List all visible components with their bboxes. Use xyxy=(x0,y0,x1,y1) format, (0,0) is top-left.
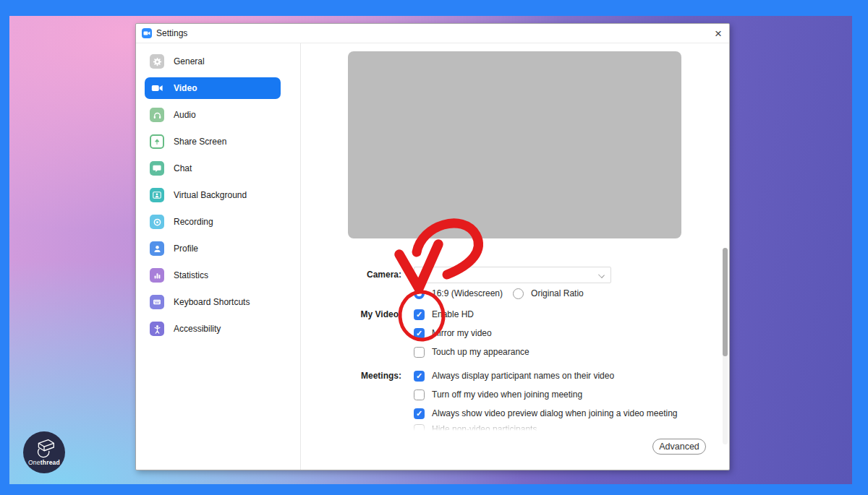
radio-original-ratio[interactable] xyxy=(513,288,524,299)
sidebar-item-share-screen[interactable]: Share Screen xyxy=(145,131,281,152)
headphones-icon xyxy=(150,108,164,122)
aspect-ratio-row: 16:9 (Widescreen) Original Ratio xyxy=(301,288,584,299)
onethread-wordmark: Onethread xyxy=(28,459,60,466)
sidebar-item-label: Audio xyxy=(174,110,196,120)
window-title: Settings xyxy=(156,28,187,38)
checkbox-label: Enable HD xyxy=(432,309,474,319)
share-screen-icon xyxy=(150,134,164,149)
keyboard-icon xyxy=(150,295,164,309)
camera-row: Camera: xyxy=(301,266,611,283)
sidebar-item-recording[interactable]: Recording xyxy=(145,211,281,233)
scrollbar-thumb[interactable] xyxy=(723,248,728,356)
sidebar-item-label: Share Screen xyxy=(174,137,226,147)
sidebar-item-general[interactable]: General xyxy=(145,51,281,72)
touch-up-row: Touch up my appearance xyxy=(301,346,529,358)
radio-label: 16:9 (Widescreen) xyxy=(432,288,503,298)
checkbox-label: Touch up my appearance xyxy=(432,347,529,357)
onethread-spool-icon xyxy=(30,436,58,458)
checkbox-enable-hd[interactable] xyxy=(414,309,425,320)
gear-icon xyxy=(150,54,164,69)
checkbox-label: Hide non-video participants xyxy=(432,424,537,431)
checkbox-label: Always display participant names on thei… xyxy=(432,371,614,381)
chat-bubble-icon xyxy=(150,161,164,176)
video-settings-panel: Camera: 16:9 (Widescreen) Original Ratio… xyxy=(301,43,729,470)
mirror-video-row: Mirror my video xyxy=(301,327,492,339)
sidebar-item-label: Statistics xyxy=(174,270,208,280)
camera-select[interactable] xyxy=(414,267,611,283)
virtual-background-icon xyxy=(150,188,164,202)
sidebar-item-virtual-background[interactable]: Virtual Background xyxy=(145,184,281,206)
checkbox-mirror-my-video[interactable] xyxy=(414,328,425,339)
accessibility-icon xyxy=(150,322,164,336)
meetings-label: Meetings: xyxy=(301,371,401,381)
radio-16-9-widescreen[interactable] xyxy=(414,288,425,299)
clipped-setting-row: Hide non-video participants xyxy=(301,423,537,431)
camera-label: Camera: xyxy=(301,270,401,280)
sidebar-item-label: Virtual Background xyxy=(174,190,247,200)
sidebar-item-label: Chat xyxy=(174,163,192,173)
sidebar-item-video[interactable]: Video xyxy=(145,77,281,99)
record-icon xyxy=(150,215,164,229)
checkbox-video-preview-dialog[interactable] xyxy=(414,408,425,419)
advanced-button[interactable]: Advanced xyxy=(652,439,706,455)
sidebar-item-accessibility[interactable]: Accessibility xyxy=(145,318,281,340)
checkbox-label: Turn off my video when joining meeting xyxy=(432,389,582,400)
title-bar: Settings × xyxy=(136,24,729,43)
enable-hd-row: My Video: Enable HD xyxy=(301,309,474,320)
checkbox-hide-non-video[interactable] xyxy=(414,424,425,432)
sidebar-item-label: Recording xyxy=(174,217,213,227)
sidebar-item-profile[interactable]: Profile xyxy=(145,238,281,259)
zoom-app-icon xyxy=(142,28,152,38)
radio-label: Original Ratio xyxy=(531,288,584,298)
video-camera-icon xyxy=(150,81,164,95)
checkbox-turn-off-video-joining[interactable] xyxy=(414,389,425,400)
close-icon[interactable]: × xyxy=(715,27,722,40)
my-video-label: My Video: xyxy=(301,309,401,319)
sidebar-item-statistics[interactable]: Statistics xyxy=(145,264,281,286)
bar-chart-icon xyxy=(150,268,164,283)
sidebar-item-label: General xyxy=(174,56,205,66)
chevron-down-icon xyxy=(598,272,605,278)
person-icon xyxy=(150,241,164,256)
checkbox-touch-up-appearance[interactable] xyxy=(414,347,425,358)
sidebar-item-label: Keyboard Shortcuts xyxy=(174,297,250,307)
turn-off-video-row: Turn off my video when joining meeting xyxy=(301,389,582,400)
sidebar-item-keyboard-shortcuts[interactable]: Keyboard Shortcuts xyxy=(145,291,281,313)
settings-window: Settings × General Video Audio xyxy=(135,23,730,470)
checkbox-label: Mirror my video xyxy=(432,328,492,338)
sidebar-item-label: Accessibility xyxy=(174,324,221,334)
checkbox-label: Always show video preview dialog when jo… xyxy=(432,408,678,418)
onethread-logo: Onethread xyxy=(23,431,65,473)
video-preview-dialog-row: Always show video preview dialog when jo… xyxy=(301,408,678,419)
participant-names-row: Meetings: Always display participant nam… xyxy=(301,370,614,382)
checkbox-display-participant-names[interactable] xyxy=(414,371,425,382)
sidebar-item-audio[interactable]: Audio xyxy=(145,104,281,126)
sidebar-item-label: Video xyxy=(174,83,197,93)
settings-sidebar: General Video Audio Share Screen xyxy=(136,43,301,470)
sidebar-item-label: Profile xyxy=(174,244,198,254)
sidebar-item-chat[interactable]: Chat xyxy=(145,158,281,179)
camera-preview xyxy=(348,51,681,238)
